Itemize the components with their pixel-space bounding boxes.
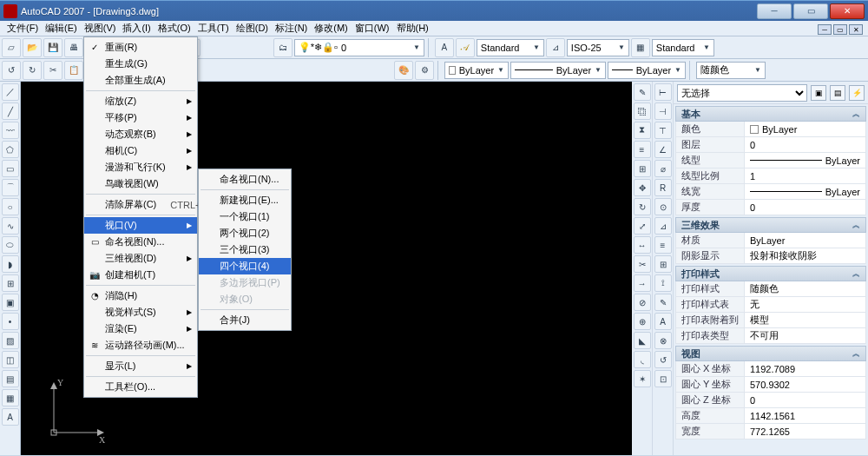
copy-icon[interactable]: ⿻ <box>634 102 651 120</box>
menu-item[interactable]: 标注(N) <box>272 22 311 35</box>
pickadd-icon[interactable]: ▣ <box>811 85 826 101</box>
menu-item[interactable]: 多边形视口(P) <box>199 274 291 291</box>
lineweight-combo[interactable]: ByLayer▼ <box>608 62 686 79</box>
plotstyle-combo[interactable]: 随颜色▼ <box>696 62 766 79</box>
d7-icon[interactable]: ⊙ <box>654 198 672 215</box>
fillet-icon[interactable]: ◟ <box>634 351 651 368</box>
menu-item[interactable]: 新建视口(E)... <box>199 192 291 208</box>
doc-restore[interactable]: ▭ <box>833 24 847 35</box>
menu-item[interactable]: 对象(O) <box>199 291 291 307</box>
prop-row[interactable]: 打印样式随颜色 <box>675 281 866 297</box>
menu-item[interactable]: 插入(I) <box>119 22 154 35</box>
a-icon[interactable]: A <box>435 38 454 57</box>
menu-item[interactable]: 修改(M) <box>311 22 352 35</box>
tb2-4[interactable]: 📋 <box>64 61 83 80</box>
menu-item[interactable]: 工具(T) <box>194 22 233 35</box>
menu-item[interactable]: 动态观察(B)▶ <box>84 126 197 142</box>
prop-row[interactable]: 线型比例1 <box>675 169 866 184</box>
selection-combo[interactable]: 无选择 <box>677 84 807 102</box>
extend-icon[interactable]: → <box>634 274 651 292</box>
menu-item[interactable]: 清除屏幕(C)CTRL+0 <box>84 196 197 213</box>
prop-row[interactable]: 打印表附着到模型 <box>675 313 866 328</box>
tb2-icon-a[interactable]: 🎨 <box>394 61 413 80</box>
menu-item[interactable]: 三个视口(3) <box>199 241 291 258</box>
d9-icon[interactable]: ≡ <box>654 236 672 254</box>
doc-close[interactable]: ✕ <box>849 24 863 35</box>
new-icon[interactable]: ▱ <box>2 38 21 57</box>
maximize-button[interactable]: ▭ <box>793 3 828 19</box>
menu-item[interactable]: 重生成(G) <box>84 56 197 72</box>
menu-item[interactable]: 渲染(E)▶ <box>84 321 197 337</box>
prop-row[interactable]: 图层0 <box>675 137 866 153</box>
textstyle-combo[interactable]: Standard▼ <box>477 39 544 56</box>
prop-row[interactable]: 颜色ByLayer <box>675 122 866 137</box>
prop-row[interactable]: 线型ByLayer <box>675 153 866 169</box>
tablestyle-combo[interactable]: Standard▼ <box>652 39 714 56</box>
d16-icon[interactable]: ⊡ <box>654 370 672 387</box>
d10-icon[interactable]: ⊞ <box>654 255 672 273</box>
d4-icon[interactable]: ∠ <box>654 141 672 158</box>
spline-icon[interactable]: ∿ <box>2 217 19 235</box>
block-icon[interactable]: ▣ <box>2 294 19 311</box>
erase-icon[interactable]: ✎ <box>634 83 651 101</box>
point-icon[interactable]: • <box>2 313 19 330</box>
region-icon[interactable]: ▤ <box>2 370 19 387</box>
prop-row[interactable]: 圆心 X 坐标1192.7089 <box>675 361 866 377</box>
rotate-icon[interactable]: ↻ <box>634 198 651 215</box>
style-a-icon[interactable]: 𝒜 <box>456 38 475 57</box>
menu-item[interactable]: 合并(J) <box>199 312 291 328</box>
menu-item[interactable]: 视图(V) <box>81 22 120 35</box>
select-icon[interactable]: ▤ <box>830 85 845 101</box>
gradient-icon[interactable]: ◫ <box>2 351 19 368</box>
polygon-icon[interactable]: ⬠ <box>2 141 19 158</box>
d2-icon[interactable]: ⊣ <box>654 102 672 120</box>
doc-minimize[interactable]: ─ <box>818 24 832 35</box>
menu-item[interactable]: 显示(L)▶ <box>84 358 197 374</box>
menu-item[interactable]: ≋运动路径动画(M)... <box>84 337 197 354</box>
d14-icon[interactable]: ⊗ <box>654 332 672 349</box>
d15-icon[interactable]: ↺ <box>654 351 672 368</box>
prop-row[interactable]: 打印样式表无 <box>675 297 866 313</box>
dimstyle-combo[interactable]: ISO-25▼ <box>567 39 629 56</box>
d6-icon[interactable]: R <box>654 179 672 196</box>
prop-row[interactable]: 高度1142.1561 <box>675 408 866 424</box>
offset-icon[interactable]: ≡ <box>634 141 651 158</box>
menu-item[interactable]: 鸟瞰视图(W) <box>84 175 197 192</box>
line-icon[interactable]: ／ <box>2 83 19 101</box>
menu-item[interactable]: 平移(P)▶ <box>84 109 197 126</box>
menu-item[interactable]: 帮助(H) <box>393 22 432 35</box>
prop-row[interactable]: 线宽ByLayer <box>675 184 866 200</box>
prop-group-header[interactable]: 基本︽ <box>675 106 866 122</box>
menu-item[interactable]: 一个视口(1) <box>199 208 291 225</box>
ellipse-icon[interactable]: ⬭ <box>2 236 19 254</box>
menu-item[interactable]: ◔消隐(H) <box>84 287 197 304</box>
prop-row[interactable]: 阴影显示投射和接收阴影 <box>675 248 866 264</box>
tb2-2[interactable]: ↻ <box>23 61 42 80</box>
quicksel-icon[interactable]: ⚡ <box>849 85 865 101</box>
close-button[interactable]: ✕ <box>830 3 865 19</box>
arc-icon[interactable]: ⌒ <box>2 179 19 196</box>
d13-icon[interactable]: A <box>654 313 672 330</box>
open-icon[interactable]: 📂 <box>23 38 42 57</box>
d12-icon[interactable]: ✎ <box>654 294 672 311</box>
menu-item[interactable]: 绘图(D) <box>233 22 272 35</box>
menu-item[interactable]: 三维视图(D)▶ <box>84 250 197 267</box>
d8-icon[interactable]: ⊿ <box>654 217 672 235</box>
scale-icon[interactable]: ⤢ <box>634 217 651 235</box>
menu-item[interactable]: 漫游和飞行(K)▶ <box>84 159 197 175</box>
dim-icon[interactable]: ⊿ <box>546 38 565 57</box>
trim-icon[interactable]: ✂ <box>634 255 651 273</box>
prop-group-header[interactable]: 视图︽ <box>675 346 866 361</box>
layer-mgr-icon[interactable]: 🗂 <box>273 38 293 57</box>
array-icon[interactable]: ⊞ <box>634 160 651 177</box>
menu-item[interactable]: 格式(O) <box>155 22 194 35</box>
hatch-icon[interactable]: ▨ <box>2 332 19 349</box>
menu-item[interactable]: 全部重生成(A) <box>84 72 197 89</box>
menu-item[interactable]: 两个视口(2) <box>199 225 291 241</box>
prop-row[interactable]: 材质ByLayer <box>675 233 866 248</box>
prop-row[interactable]: 打印表类型不可用 <box>675 328 866 344</box>
menu-item[interactable]: 命名视口(N)... <box>199 171 291 188</box>
prop-row[interactable]: 圆心 Z 坐标0 <box>675 393 866 408</box>
minimize-button[interactable]: ─ <box>757 3 792 19</box>
insert-icon[interactable]: ⊞ <box>2 274 19 292</box>
